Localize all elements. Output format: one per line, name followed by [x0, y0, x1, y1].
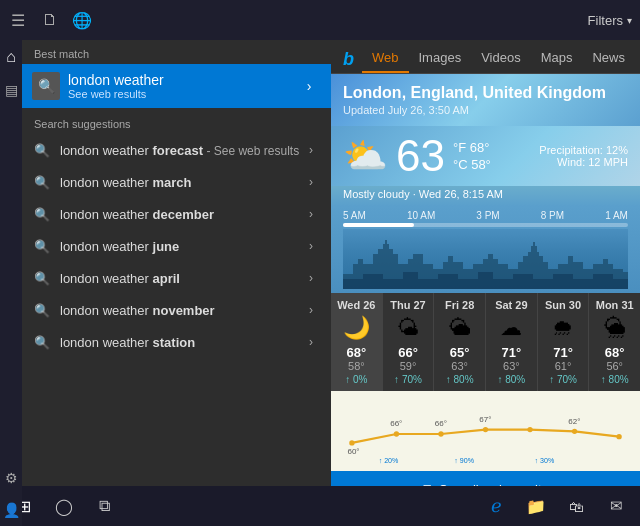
- home-icon[interactable]: ⌂: [6, 48, 16, 66]
- forecast-day-wed: Wed 26 🌙 68° 58° ↑ 0%: [331, 293, 383, 391]
- svg-point-5: [572, 429, 577, 434]
- forecast-day-name-1: Thu 27: [390, 299, 425, 311]
- forecast-hi-3: 71°: [502, 345, 522, 360]
- forecast-day-name-5: Mon 31: [596, 299, 634, 311]
- forecast-precip-0: ↑ 0%: [345, 374, 367, 385]
- suggestion-search-icon-6: 🔍: [32, 332, 52, 352]
- cloud-icon: ⛅: [343, 135, 388, 177]
- best-match-item[interactable]: 🔍 london weather See web results ›: [22, 64, 331, 108]
- svg-text:66°: 66°: [435, 419, 447, 428]
- weather-unit-c: °C 58°: [453, 157, 491, 172]
- tab-maps[interactable]: Maps: [531, 46, 583, 73]
- tabs-bar: b Web Images Videos Maps News: [331, 40, 640, 74]
- weather-header: London, England, United Kingdom Updated …: [331, 74, 640, 126]
- suggestion-item-november[interactable]: 🔍 london weather november ›: [22, 294, 331, 326]
- hour-10am: 10 AM: [407, 210, 435, 221]
- suggestion-item-station[interactable]: 🔍 london weather station ›: [22, 326, 331, 358]
- suggestion-arrow-5: ›: [301, 303, 321, 317]
- weather-temperature: 63: [396, 134, 445, 178]
- taskbar-bottom: ⊞ ◯ ⧉ ℯ 📁 🛍 ✉: [0, 486, 640, 526]
- forecast-hi-2: 65°: [450, 345, 470, 360]
- weather-main: ⛅ 63 °F 68° °C 58° Precipitation: 12% Wi…: [331, 126, 640, 186]
- suggestion-arrow-6: ›: [301, 335, 321, 349]
- main-content: ⌂ ▤ ⚙ 👤 Best match 🔍 london weather See …: [0, 40, 640, 526]
- suggestion-text-2: london weather december: [60, 207, 301, 222]
- forecast-day-sat: Sat 29 ☁ 71° 63° ↑ 80%: [486, 293, 538, 391]
- filters-label: Filters: [588, 13, 623, 28]
- hourly-track: [343, 223, 628, 227]
- temp-graph-svg: 60° 66° 66° 67° 62° ↑ 20% ↑ 90% ↑ 30%: [343, 399, 628, 469]
- weather-condition-bar: Mostly cloudy · Wed 26, 8:15 AM: [331, 186, 640, 206]
- svg-point-6: [616, 434, 621, 439]
- bing-logo: b: [343, 49, 354, 70]
- suggestion-arrow-4: ›: [301, 271, 321, 285]
- forecast-bar: Wed 26 🌙 68° 58° ↑ 0% Thu 27 🌤 66° 59° ↑…: [331, 293, 640, 391]
- forecast-day-name-2: Fri 28: [445, 299, 474, 311]
- forecast-icon-2: 🌥: [449, 315, 471, 341]
- temp-hi: 68°: [470, 140, 490, 155]
- suggestion-item-june[interactable]: 🔍 london weather june ›: [22, 230, 331, 262]
- forecast-day-thu: Thu 27 🌤 66° 59° ↑ 70%: [383, 293, 435, 391]
- document-icon[interactable]: 🗋: [40, 10, 60, 30]
- precipitation-label: Precipitation: 12%: [539, 144, 628, 156]
- search-suggestions-label: Search suggestions: [22, 108, 331, 134]
- suggestion-text-4: london weather april: [60, 271, 301, 286]
- forecast-lo-1: 59°: [400, 360, 417, 372]
- mail-button[interactable]: ✉: [596, 486, 636, 526]
- forecast-hi-5: 68°: [605, 345, 625, 360]
- search-taskbar-button[interactable]: ◯: [44, 486, 84, 526]
- svg-text:↑ 30%: ↑ 30%: [534, 457, 554, 465]
- hour-5am: 5 AM: [343, 210, 366, 221]
- forecast-day-name-3: Sat 29: [495, 299, 527, 311]
- task-view-button[interactable]: ⧉: [84, 486, 124, 526]
- hamburger-icon[interactable]: ☰: [8, 10, 28, 30]
- icon-rail: ⌂ ▤ ⚙ 👤: [0, 40, 22, 526]
- suggestion-search-icon-5: 🔍: [32, 300, 52, 320]
- filters-button[interactable]: Filters ▾: [588, 13, 632, 28]
- suggestion-item-april[interactable]: 🔍 london weather april ›: [22, 262, 331, 294]
- forecast-hi-4: 71°: [553, 345, 573, 360]
- file-explorer-button[interactable]: 📁: [516, 486, 556, 526]
- best-match-arrow-icon: ›: [297, 78, 321, 94]
- city-silhouette-svg: [343, 234, 628, 289]
- forecast-icon-4: 🌧: [552, 315, 574, 341]
- right-panel: b Web Images Videos Maps News London, En…: [331, 40, 640, 526]
- svg-point-1: [394, 431, 399, 436]
- edge-browser-button[interactable]: ℯ: [476, 486, 516, 526]
- suggestion-text-0: london weather forecast - See web result…: [60, 143, 301, 158]
- wind-label: Wind: 12 MPH: [539, 156, 628, 168]
- weather-condition: Mostly cloudy: [343, 188, 410, 200]
- suggestion-item-forecast[interactable]: 🔍 london weather forecast - See web resu…: [22, 134, 331, 166]
- forecast-icon-0: 🌙: [343, 315, 370, 341]
- svg-text:67°: 67°: [479, 415, 491, 424]
- tab-news[interactable]: News: [582, 46, 635, 73]
- tab-web[interactable]: Web: [362, 46, 409, 73]
- document-rail-icon[interactable]: ▤: [5, 82, 18, 98]
- forecast-day-name-0: Wed 26: [337, 299, 375, 311]
- weather-unit-f: °F 68°: [453, 140, 491, 155]
- temperature-graph: 60° 66° 66° 67° 62° ↑ 20% ↑ 90% ↑ 30%: [331, 391, 640, 471]
- suggestion-item-march[interactable]: 🔍 london weather march ›: [22, 166, 331, 198]
- weather-updated: Updated July 26, 3:50 AM: [343, 104, 628, 116]
- forecast-lo-2: 63°: [451, 360, 468, 372]
- person-icon[interactable]: 👤: [3, 502, 20, 518]
- store-button[interactable]: 🛍: [556, 486, 596, 526]
- suggestion-search-icon-3: 🔍: [32, 236, 52, 256]
- suggestion-text-6: london weather station: [60, 335, 301, 350]
- best-match-label: Best match: [22, 40, 331, 64]
- weather-location: London, England, United Kingdom: [343, 84, 628, 102]
- globe-icon[interactable]: 🌐: [72, 10, 92, 30]
- forecast-lo-5: 56°: [606, 360, 623, 372]
- svg-point-4: [527, 427, 532, 432]
- tab-videos[interactable]: Videos: [471, 46, 531, 73]
- suggestion-arrow-0: ›: [301, 143, 321, 157]
- temp-lo: 58°: [471, 157, 491, 172]
- forecast-icon-1: 🌤: [397, 315, 419, 341]
- settings-icon[interactable]: ⚙: [5, 470, 18, 486]
- suggestion-item-december[interactable]: 🔍 london weather december ›: [22, 198, 331, 230]
- tab-images[interactable]: Images: [409, 46, 472, 73]
- suggestion-text-3: london weather june: [60, 239, 301, 254]
- city-skyline: [343, 229, 628, 289]
- hourly-bar: 5 AM 10 AM 3 PM 8 PM 1 AM: [331, 206, 640, 293]
- forecast-precip-5: ↑ 80%: [601, 374, 629, 385]
